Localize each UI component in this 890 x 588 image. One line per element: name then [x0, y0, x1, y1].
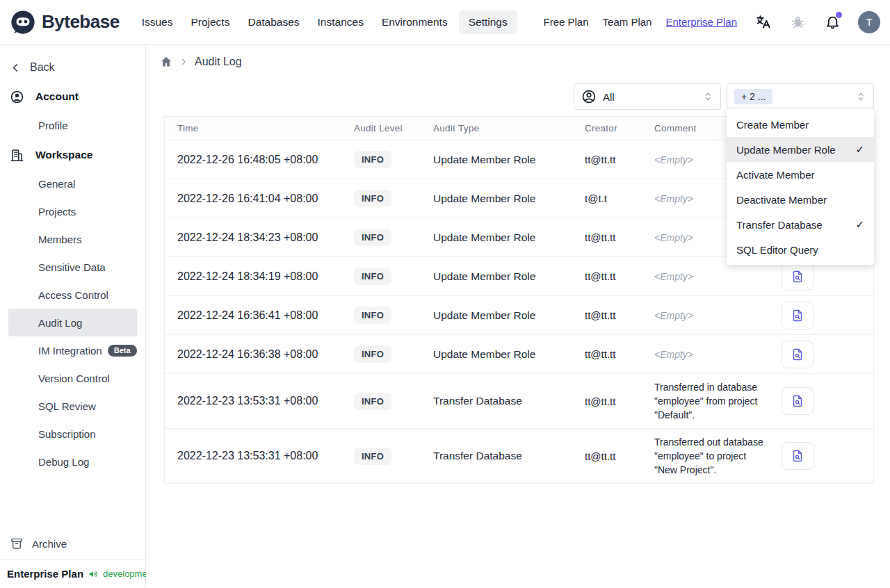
audit-time: 2022-12-26 16:41:04 +08:00	[165, 193, 343, 205]
sidebar-item-label: Debug Log	[38, 456, 89, 468]
view-detail-button[interactable]	[782, 302, 814, 329]
bug-report-icon[interactable]	[788, 13, 807, 31]
sidebar-section-title: Workspace	[35, 149, 92, 161]
sidebar-item-archive[interactable]: Archive	[0, 528, 145, 560]
audit-creator: t@t.t	[574, 193, 643, 204]
plan-link-free-plan[interactable]: Free Plan	[544, 16, 589, 28]
sidebar-item-label: Sensitive Data	[38, 261, 106, 273]
audit-type: Update Member Role	[422, 231, 574, 244]
sidebar-item-im-integration[interactable]: IM IntegrationBeta	[8, 336, 137, 364]
audit-level-badge: INFO	[354, 190, 391, 207]
sidebar-item-sensitive-data[interactable]: Sensitive Data	[8, 253, 137, 281]
sidebar-item-members[interactable]: Members	[8, 225, 137, 253]
view-detail-button[interactable]	[782, 263, 814, 291]
speaker-icon	[88, 569, 99, 580]
sidebar-item-label: Audit Log	[38, 317, 82, 329]
view-detail-button[interactable]	[782, 387, 814, 415]
sidebar-item-label: Version Control	[38, 373, 110, 384]
sidebar-section-workspace: Workspace	[0, 140, 145, 170]
chevron-updown-icon	[702, 91, 713, 102]
menu-item-create-member[interactable]: Create Member	[727, 112, 874, 137]
menu-item-deactivate-member[interactable]: Deactivate Member	[727, 187, 874, 212]
audit-level-badge: INFO	[354, 229, 391, 246]
view-detail-button[interactable]	[782, 341, 814, 368]
translate-icon[interactable]	[754, 13, 772, 31]
audit-comment: <Empty>	[654, 302, 770, 329]
creator-filter-select[interactable]: All	[574, 83, 721, 110]
plan-footer: Enterprise Plan development	[0, 560, 145, 587]
sidebar-item-profile[interactable]: Profile	[8, 111, 137, 139]
sidebar-item-sql-review[interactable]: SQL Review	[8, 392, 137, 420]
sidebar-item-label: Profile	[38, 120, 68, 131]
nav-item-databases[interactable]: Databases	[241, 10, 306, 34]
audit-creator: tt@tt.tt	[574, 154, 643, 165]
chevron-right-icon	[179, 57, 188, 67]
sidebar-item-debug-log[interactable]: Debug Log	[8, 448, 137, 475]
checkmark-icon: ✓	[855, 218, 864, 231]
audit-creator: tt@tt.tt	[574, 231, 643, 243]
sidebar-item-subscription[interactable]: Subscription	[8, 420, 137, 448]
creator-filter-value: All	[603, 91, 615, 103]
audit-comment: Transferred in database "employee" from …	[654, 374, 770, 428]
audit-level-badge: INFO	[354, 345, 391, 363]
audit-log-page: Audit Log All + 2 ...	[146, 44, 890, 587]
audit-time: 2022-12-24 16:36:38 +08:00	[165, 348, 343, 361]
sidebar-item-audit-log[interactable]: Audit Log	[8, 309, 137, 336]
back-button[interactable]: Back	[0, 54, 145, 81]
nav-item-projects[interactable]: Projects	[184, 10, 236, 34]
audit-time: 2022-12-23 13:53:31 +08:00	[165, 450, 343, 462]
audit-time: 2022-12-24 16:36:41 +08:00	[165, 309, 343, 322]
sidebar-item-label: General	[38, 178, 75, 190]
table-row: 2022-12-24 16:36:38 +08:00 INFO Update M…	[165, 335, 873, 374]
home-icon[interactable]	[160, 56, 172, 68]
audit-level-badge: INFO	[354, 151, 391, 168]
plan-link-enterprise-plan[interactable]: Enterprise Plan	[665, 16, 737, 28]
settings-sidebar: Back AccountProfileWorkspaceGeneralProje…	[0, 44, 146, 587]
chevron-updown-icon	[855, 91, 866, 102]
bytebase-logo[interactable]: Bytebase	[10, 9, 120, 35]
audit-type-filter-select[interactable]: + 2 ...	[727, 83, 874, 110]
main-nav: IssuesProjectsDatabasesInstancesEnvironm…	[135, 10, 517, 34]
avatar[interactable]: T	[858, 11, 880, 33]
sidebar-section-account: Account	[0, 82, 145, 111]
table-row: 2022-12-23 13:53:31 +08:00 INFO Transfer…	[165, 429, 873, 484]
audit-comment: <Empty>	[654, 341, 770, 368]
view-detail-button[interactable]	[782, 442, 814, 470]
nav-item-instances[interactable]: Instances	[311, 10, 371, 34]
plan-link-team-plan[interactable]: Team Plan	[603, 16, 652, 28]
nav-item-settings[interactable]: Settings	[459, 10, 517, 34]
user-circle-icon	[581, 89, 597, 104]
audit-creator: tt@tt.tt	[574, 348, 643, 360]
nav-item-environments[interactable]: Environments	[375, 10, 455, 34]
audit-type-dropdown-menu: Create MemberUpdate Member Role✓Activate…	[727, 109, 874, 265]
sidebar-item-general[interactable]: General	[8, 170, 137, 197]
audit-creator: tt@tt.tt	[574, 270, 643, 282]
sidebar-item-label: SQL Review	[38, 400, 96, 412]
bytebase-mascot-icon	[10, 9, 36, 35]
audit-type: Transfer Database	[422, 450, 574, 462]
sidebar-item-label: Subscription	[38, 428, 96, 440]
table-row: 2022-12-24 16:36:41 +08:00 INFO Update M…	[165, 296, 873, 335]
audit-type: Update Member Role	[422, 348, 574, 361]
menu-item-activate-member[interactable]: Activate Member	[727, 162, 874, 187]
menu-item-update-member-role[interactable]: Update Member Role✓	[727, 137, 874, 162]
menu-item-label: Deactivate Member	[736, 194, 827, 206]
bell-icon[interactable]	[823, 13, 841, 31]
audit-level-badge: INFO	[354, 393, 391, 410]
sidebar-item-access-control[interactable]: Access Control	[8, 281, 137, 309]
page-title: Audit Log	[195, 56, 242, 68]
audit-creator: tt@tt.tt	[574, 395, 643, 407]
menu-item-sql-editor-query[interactable]: SQL Editor Query	[727, 237, 874, 262]
back-label: Back	[30, 61, 55, 74]
audit-level-badge: INFO	[354, 307, 391, 324]
nav-item-issues[interactable]: Issues	[135, 10, 180, 34]
menu-item-label: Update Member Role	[736, 144, 836, 156]
sidebar-item-label: Members	[38, 234, 82, 245]
table-row: 2022-12-23 13:53:31 +08:00 INFO Transfer…	[165, 374, 873, 429]
audit-creator: tt@tt.tt	[574, 309, 643, 321]
sidebar-item-version-control[interactable]: Version Control	[8, 364, 137, 392]
audit-time: 2022-12-24 18:34:19 +08:00	[165, 270, 343, 283]
chevron-left-icon	[10, 62, 22, 74]
menu-item-transfer-database[interactable]: Transfer Database✓	[727, 212, 874, 237]
sidebar-item-projects[interactable]: Projects	[8, 197, 137, 225]
